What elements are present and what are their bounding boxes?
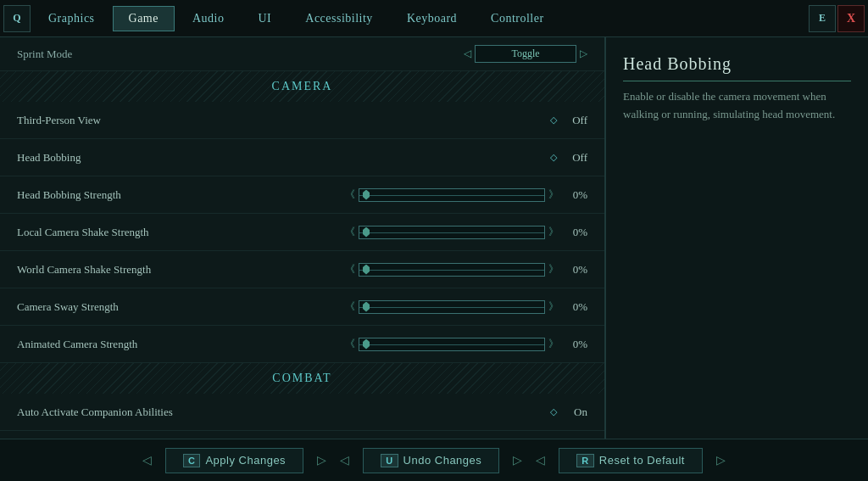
sprint-value: Toggle <box>475 45 576 63</box>
slider-thumb-2 <box>363 227 370 238</box>
nav-corner-right: E <box>809 5 836 32</box>
info-panel: Head Bobbing Enable or disable the camer… <box>605 37 868 439</box>
undo-bracket-right: ▷ <box>513 453 522 467</box>
slider-arrow-right-4[interactable]: 》 <box>548 299 559 314</box>
auto-activate-row[interactable]: Auto Activate Companion Abilities ◇ On <box>0 394 604 431</box>
animated-camera-slider[interactable]: 《 》 0% <box>345 337 587 351</box>
main-layout: Sprint Mode ◁ Toggle ▷ Camera Third-Pers… <box>0 37 868 439</box>
slider-arrow-right-2[interactable]: 》 <box>548 225 559 239</box>
diamond-icon-3: ◇ <box>550 406 557 417</box>
slider-track-3[interactable] <box>359 263 545 277</box>
head-bobbing-strength-val: 0% <box>562 188 587 202</box>
undo-bracket-left: ◁ <box>340 453 349 467</box>
animated-camera-label: Animated Camera Strength <box>17 338 345 351</box>
reset-default-button[interactable]: R Reset to Default <box>559 448 703 473</box>
slider-arrow-left-1[interactable]: 《 <box>345 187 355 202</box>
local-camera-shake-row: Local Camera Shake Strength 《 》 0% <box>0 214 604 251</box>
sprint-toggle-control[interactable]: ◁ Toggle ▷ <box>464 45 587 63</box>
apply-label: Apply Changes <box>205 454 286 467</box>
close-button[interactable]: X <box>837 5 865 32</box>
tab-audio[interactable]: Audio <box>176 6 241 31</box>
slider-thumb-4 <box>363 302 370 312</box>
slider-thumb-3 <box>363 265 370 275</box>
apply-key: C <box>183 454 200 467</box>
slider-arrow-left-3[interactable]: 《 <box>345 262 355 277</box>
slider-arrow-right-5[interactable]: 》 <box>548 337 559 351</box>
combat-section-header: Combat <box>0 363 604 394</box>
camera-sway-val: 0% <box>562 300 587 314</box>
settings-panel: Sprint Mode ◁ Toggle ▷ Camera Third-Pers… <box>0 37 605 439</box>
local-camera-shake-label: Local Camera Shake Strength <box>17 226 345 239</box>
sprint-mode-row: Sprint Mode ◁ Toggle ▷ <box>0 37 604 71</box>
undo-changes-button[interactable]: U Undo Changes <box>363 448 499 473</box>
head-bobbing-text: Off <box>562 151 587 165</box>
tab-game[interactable]: Game <box>113 6 175 31</box>
nav-corner-left: Q <box>3 5 31 32</box>
local-camera-shake-slider[interactable]: 《 》 0% <box>345 225 587 239</box>
slider-track-2[interactable] <box>359 226 545 239</box>
slider-arrow-right-1[interactable]: 》 <box>548 187 559 202</box>
bottom-bar: ◁ C Apply Changes ▷ ◁ U Undo Changes ▷ ◁… <box>0 439 868 481</box>
slider-track-4[interactable] <box>359 300 545 314</box>
combat-section-title: Combat <box>255 370 348 387</box>
head-bobbing-value: ◇ Off <box>550 151 587 165</box>
slider-thumb-5 <box>363 339 370 350</box>
apply-bracket-right: ▷ <box>317 453 326 467</box>
third-person-view-row[interactable]: Third-Person View ◇ Off <box>0 102 604 139</box>
auto-activate-value: ◇ On <box>550 405 587 419</box>
tab-keyboard[interactable]: Keyboard <box>391 6 473 31</box>
sprint-mode-label: Sprint Mode <box>17 48 464 61</box>
camera-section-title: Camera <box>255 78 350 95</box>
head-bobbing-row[interactable]: Head Bobbing ◇ Off <box>0 139 604 176</box>
slider-thumb-1 <box>363 190 370 200</box>
slider-arrow-left-2[interactable]: 《 <box>345 225 355 239</box>
world-camera-shake-slider[interactable]: 《 》 0% <box>345 262 587 277</box>
info-description: Enable or disable the camera movement wh… <box>623 88 851 124</box>
apply-bracket-left: ◁ <box>142 453 152 467</box>
reset-key: R <box>576 454 593 467</box>
head-bobbing-strength-slider[interactable]: 《 》 0% <box>345 187 587 202</box>
top-nav: Q Graphics Game Audio UI Accessibility K… <box>0 0 868 37</box>
slider-arrow-right-3[interactable]: 》 <box>548 262 559 277</box>
diamond-icon-2: ◇ <box>550 152 557 163</box>
head-bobbing-label: Head Bobbing <box>17 151 550 165</box>
animated-camera-row: Animated Camera Strength 《 》 0% <box>0 326 604 363</box>
camera-sway-row: Camera Sway Strength 《 》 0% <box>0 288 604 326</box>
sprint-arrow-left[interactable]: ◁ <box>464 48 471 60</box>
auto-activate-label: Auto Activate Companion Abilities <box>17 405 550 419</box>
world-camera-shake-row: World Camera Shake Strength 《 》 0% <box>0 251 604 288</box>
info-title: Head Bobbing <box>623 54 851 81</box>
tab-graphics[interactable]: Graphics <box>32 6 111 31</box>
camera-sway-slider[interactable]: 《 》 0% <box>345 299 587 314</box>
world-camera-shake-label: World Camera Shake Strength <box>17 263 345 277</box>
undo-label: Undo Changes <box>403 454 482 467</box>
camera-section-header: Camera <box>0 71 604 102</box>
local-camera-shake-val: 0% <box>562 226 587 239</box>
undo-key: U <box>381 454 398 467</box>
tab-ui[interactable]: UI <box>242 6 287 31</box>
world-camera-shake-val: 0% <box>562 263 587 277</box>
slider-arrow-left-5[interactable]: 《 <box>345 337 355 351</box>
reset-bracket-right: ▷ <box>716 453 726 467</box>
reset-bracket-left: ◁ <box>536 453 545 467</box>
head-bobbing-strength-label: Head Bobbing Strength <box>17 188 345 202</box>
slider-track-1[interactable] <box>359 188 545 202</box>
auto-activate-text: On <box>562 405 587 419</box>
camera-sway-label: Camera Sway Strength <box>17 300 345 314</box>
reset-label: Reset to Default <box>599 454 685 467</box>
head-bobbing-strength-row: Head Bobbing Strength 《 》 0% <box>0 176 604 214</box>
animated-camera-val: 0% <box>562 338 587 351</box>
third-person-label: Third-Person View <box>17 114 550 127</box>
tab-controller[interactable]: Controller <box>475 6 560 31</box>
apply-changes-button[interactable]: C Apply Changes <box>165 448 303 473</box>
tab-accessibility[interactable]: Accessibility <box>289 6 389 31</box>
sprint-arrow-right[interactable]: ▷ <box>580 48 587 60</box>
slider-track-5[interactable] <box>359 338 545 351</box>
third-person-text: Off <box>562 114 587 127</box>
slider-arrow-left-4[interactable]: 《 <box>345 299 355 314</box>
third-person-value: ◇ Off <box>550 114 587 127</box>
diamond-icon-1: ◇ <box>550 115 557 126</box>
